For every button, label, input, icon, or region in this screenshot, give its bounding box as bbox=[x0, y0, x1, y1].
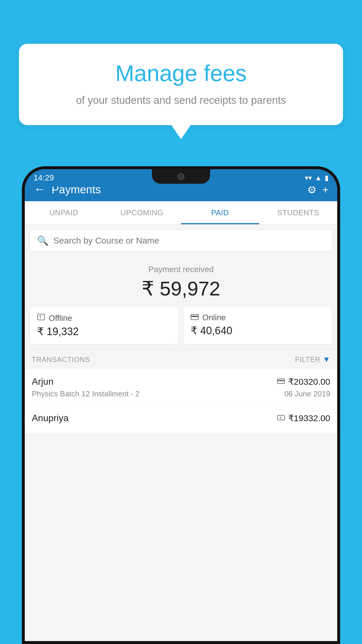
transaction-amount-section: ₹ ₹19332.00 bbox=[277, 413, 330, 423]
transactions-list: Arjun ₹20320.00 Physics Batch 12 Install… bbox=[25, 369, 337, 433]
offline-icon: ₹ bbox=[37, 313, 45, 323]
bubble-title: Manage fees bbox=[36, 60, 326, 87]
phone-mockup: 14:29 ▾▾ ▲ ▮ ← Payments ⚙ + UNPAID UPCOM… bbox=[22, 166, 340, 644]
svg-rect-5 bbox=[277, 380, 284, 381]
tab-students[interactable]: STUDENTS bbox=[259, 201, 337, 224]
tabs: UNPAID UPCOMING PAID STUDENTS bbox=[25, 201, 337, 225]
wifi-icon: ▾▾ bbox=[305, 174, 312, 182]
offline-amount: ₹ 19,332 bbox=[37, 326, 171, 338]
payment-cards: ₹ Offline ₹ 19,332 Online bbox=[25, 307, 337, 349]
phone-notch bbox=[152, 169, 210, 184]
transaction-course: Physics Batch 12 Installment - 2 bbox=[32, 389, 140, 398]
transaction-sub: Physics Batch 12 Installment - 2 06 June… bbox=[32, 389, 330, 398]
transaction-amount-section: ₹20320.00 bbox=[277, 377, 330, 387]
svg-text:₹: ₹ bbox=[39, 315, 42, 319]
payment-received-label: Payment received bbox=[25, 265, 337, 274]
transactions-label: TRANSACTIONS bbox=[32, 356, 90, 364]
bubble-subtitle: of your students and send receipts to pa… bbox=[36, 93, 326, 108]
offline-label: Offline bbox=[49, 314, 72, 323]
tab-upcoming[interactable]: UPCOMING bbox=[103, 201, 181, 224]
search-input[interactable] bbox=[53, 236, 325, 246]
offline-card-header: ₹ Offline bbox=[37, 313, 171, 323]
search-icon: 🔍 bbox=[37, 235, 49, 246]
online-card: Online ₹ 40,640 bbox=[184, 307, 332, 344]
transactions-header: TRANSACTIONS FILTER ▼ bbox=[25, 349, 337, 369]
filter-section[interactable]: FILTER ▼ bbox=[295, 355, 330, 364]
offline-payment-icon: ₹ bbox=[277, 414, 285, 423]
transaction-name: Arjun bbox=[32, 376, 54, 387]
search-container: 🔍 bbox=[30, 230, 332, 251]
online-icon bbox=[191, 313, 199, 322]
filter-label: FILTER bbox=[295, 356, 320, 364]
filter-icon: ▼ bbox=[323, 355, 330, 364]
battery-icon: ▮ bbox=[325, 174, 328, 182]
transaction-main: Anupriya ₹ ₹19332.00 bbox=[32, 413, 330, 424]
transaction-row[interactable]: Anupriya ₹ ₹19332.00 bbox=[25, 406, 337, 433]
payment-received-section: Payment received ₹ 59,972 bbox=[25, 257, 337, 307]
transaction-row[interactable]: Arjun ₹20320.00 Physics Batch 12 Install… bbox=[25, 369, 337, 406]
online-label: Online bbox=[202, 313, 226, 322]
transaction-name: Anupriya bbox=[32, 413, 68, 424]
app-content: 14:29 ▾▾ ▲ ▮ ← Payments ⚙ + UNPAID UPCOM… bbox=[25, 169, 337, 641]
status-time: 14:29 bbox=[34, 173, 54, 183]
tab-unpaid[interactable]: UNPAID bbox=[25, 201, 103, 224]
transaction-amount: ₹19332.00 bbox=[288, 413, 330, 423]
online-amount: ₹ 40,640 bbox=[191, 325, 325, 337]
signal-icon: ▲ bbox=[315, 174, 322, 182]
transaction-amount: ₹20320.00 bbox=[288, 377, 330, 387]
payment-received-amount: ₹ 59,972 bbox=[25, 277, 337, 300]
transaction-date: 06 June 2019 bbox=[284, 389, 330, 398]
speech-bubble: Manage fees of your students and send re… bbox=[19, 44, 343, 125]
transaction-main: Arjun ₹20320.00 bbox=[32, 376, 330, 387]
online-payment-icon bbox=[277, 377, 285, 386]
offline-card: ₹ Offline ₹ 19,332 bbox=[30, 307, 178, 344]
svg-rect-3 bbox=[191, 316, 198, 317]
tab-paid[interactable]: PAID bbox=[181, 201, 259, 224]
camera bbox=[178, 173, 184, 180]
svg-text:₹: ₹ bbox=[279, 416, 282, 420]
online-card-header: Online bbox=[191, 313, 325, 322]
status-icons: ▾▾ ▲ ▮ bbox=[305, 174, 328, 182]
